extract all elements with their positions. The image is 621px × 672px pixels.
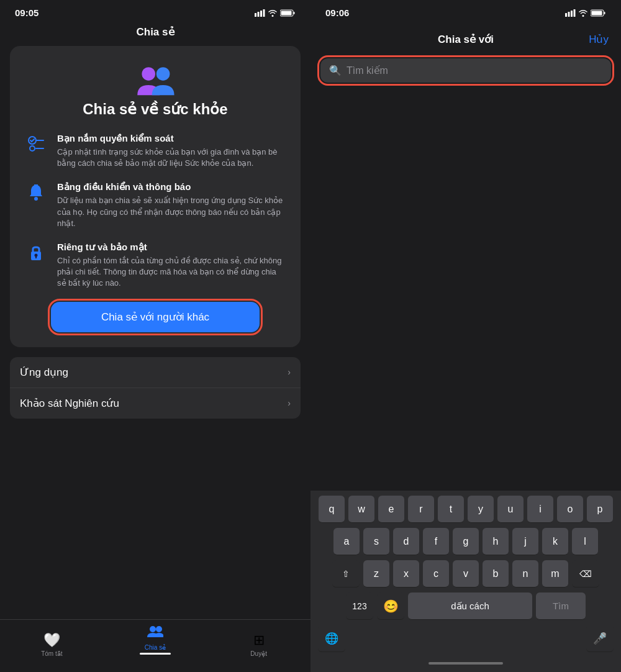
- search-glass-icon: 🔍: [329, 65, 342, 76]
- heart-icon: 🤍: [43, 632, 60, 648]
- svg-point-7: [142, 67, 155, 81]
- tab-summary[interactable]: 🤍 Tóm tắt: [30, 632, 73, 657]
- keyboard-row-4: 123 😊 dấu cách Tìm: [313, 593, 619, 620]
- svg-rect-2: [260, 11, 262, 17]
- delete-key[interactable]: ⌫: [572, 560, 599, 588]
- feature-item-control: Bạn nắm quyền kiểm soát Cập nhật tình tr…: [25, 133, 286, 169]
- phone-left: 09:05 Chia sẻ: [0, 0, 310, 672]
- menu-list: Ứng dụng › Khảo sát Nghiên cứu ›: [10, 357, 301, 419]
- svg-rect-25: [604, 12, 605, 14]
- keyboard: q w e r t y u i o p a s d f g h j k l ⇧ …: [310, 491, 621, 672]
- emoji-key[interactable]: 😊: [377, 593, 404, 620]
- feature-item-lock: Riêng tư và bảo mật Chỉ có phần tóm tắt …: [25, 242, 286, 289]
- key-r[interactable]: r: [408, 496, 434, 523]
- svg-rect-0: [255, 13, 256, 17]
- key-n[interactable]: n: [512, 560, 538, 588]
- feature-text-control: Bạn nắm quyền kiểm soát Cập nhật tình tr…: [57, 133, 286, 169]
- key-l[interactable]: l: [572, 528, 598, 555]
- people-tab-icon: [147, 625, 163, 642]
- keyboard-row-3: ⇧ z x c v b n m ⌫: [313, 560, 619, 588]
- home-indicator-right: [313, 657, 619, 670]
- tab-share[interactable]: Chia sẻ: [134, 625, 177, 657]
- menu-item-research[interactable]: Khảo sát Nghiên cứu ›: [10, 388, 301, 419]
- svg-rect-23: [574, 9, 576, 17]
- share-with-header: Chia sẻ với Hủy: [310, 23, 621, 53]
- svg-point-10: [30, 146, 35, 151]
- search-bar[interactable]: 🔍 Tìm kiếm: [320, 58, 611, 83]
- key-d[interactable]: d: [393, 528, 419, 555]
- key-h[interactable]: h: [483, 528, 509, 555]
- share-with-title: Chia sẻ với: [354, 33, 578, 46]
- share-with-others-button[interactable]: Chia sẻ với người khác: [51, 302, 260, 332]
- key-m[interactable]: m: [542, 560, 568, 588]
- chevron-right-icon-2: ›: [288, 398, 291, 408]
- feature-text-bell: Bảng điều khiển và thông báo Dữ liệu mà …: [57, 181, 286, 229]
- key-g[interactable]: g: [453, 528, 479, 555]
- search-bar-container: 🔍 Tìm kiếm: [310, 53, 621, 93]
- svg-rect-21: [568, 12, 570, 17]
- feature-item-bell: Bảng điều khiển và thông báo Dữ liệu mà …: [25, 181, 286, 229]
- key-p[interactable]: p: [587, 496, 613, 523]
- menu-item-apps[interactable]: Ứng dụng ›: [10, 357, 301, 388]
- feature-desc-control: Cập nhật tình trạng sức khỏe của bạn với…: [57, 147, 286, 169]
- key-t[interactable]: t: [438, 496, 464, 523]
- svg-rect-20: [565, 13, 567, 17]
- tab-browse[interactable]: ⊞ Duyệt: [237, 632, 281, 657]
- grid-icon: ⊞: [253, 632, 265, 648]
- key-i[interactable]: i: [527, 496, 553, 523]
- key-y[interactable]: y: [468, 496, 494, 523]
- keyboard-row-1: q w e r t y u i o p: [313, 496, 619, 523]
- key-k[interactable]: k: [542, 528, 568, 555]
- feature-list: Bạn nắm quyền kiểm soát Cập nhật tình tr…: [25, 133, 286, 289]
- svg-rect-22: [571, 11, 573, 17]
- health-card: Chia sẻ về sức khỏe Bạn nắm quyền kiểm s…: [10, 46, 301, 347]
- tab-share-label: Chia sẻ: [145, 644, 166, 651]
- status-icons-right: [565, 9, 606, 17]
- svg-rect-6: [281, 11, 292, 15]
- bell-icon: [25, 183, 47, 207]
- control-icon: [25, 134, 47, 158]
- shift-key[interactable]: ⇧: [332, 560, 360, 588]
- page-title-left: Chia sẻ: [0, 23, 310, 46]
- people-icon: [133, 63, 178, 101]
- key-o[interactable]: o: [557, 496, 583, 523]
- return-key[interactable]: Tìm: [536, 593, 586, 620]
- mic-key[interactable]: 🎤: [586, 625, 614, 652]
- share-btn-container: Chia sẻ với người khác: [25, 302, 286, 332]
- numbers-key[interactable]: 123: [346, 593, 373, 620]
- chevron-right-icon: ›: [288, 367, 291, 377]
- keyboard-row-2: a s d f g h j k l: [313, 528, 619, 555]
- time-right: 09:06: [325, 7, 349, 18]
- menu-item-apps-label: Ứng dụng: [20, 366, 68, 379]
- feature-desc-lock: Chỉ có phần tóm tắt của từng chủ đề được…: [57, 255, 286, 289]
- key-s[interactable]: s: [363, 528, 389, 555]
- time-left: 09:05: [15, 7, 39, 18]
- cancel-button[interactable]: Hủy: [578, 33, 609, 46]
- svg-rect-1: [258, 12, 260, 17]
- key-u[interactable]: u: [497, 496, 524, 523]
- key-f[interactable]: f: [423, 528, 449, 555]
- globe-key[interactable]: 🌐: [318, 625, 345, 652]
- home-bar-right: [428, 662, 503, 665]
- key-x[interactable]: x: [393, 560, 419, 588]
- key-v[interactable]: v: [453, 560, 479, 588]
- svg-rect-26: [592, 11, 602, 15]
- phone-right: 09:06 Chia sẻ với Hủy: [310, 0, 621, 672]
- key-j[interactable]: j: [512, 528, 538, 555]
- battery-icon-right: [591, 9, 606, 17]
- feature-title-bell: Bảng điều khiển và thông báo: [57, 181, 286, 193]
- key-a[interactable]: a: [333, 528, 360, 555]
- status-icons-left: [255, 9, 296, 17]
- svg-point-13: [34, 197, 38, 201]
- svg-point-16: [35, 253, 38, 257]
- key-z[interactable]: z: [363, 560, 389, 588]
- menu-item-research-label: Khảo sát Nghiên cứu: [20, 397, 119, 410]
- key-b[interactable]: b: [483, 560, 509, 588]
- key-w[interactable]: w: [348, 496, 374, 523]
- search-placeholder: Tìm kiếm: [347, 65, 388, 76]
- key-e[interactable]: e: [378, 496, 404, 523]
- key-c[interactable]: c: [423, 560, 449, 588]
- space-key[interactable]: dấu cách: [408, 593, 532, 620]
- key-q[interactable]: q: [319, 496, 345, 523]
- wifi-icon-left: [268, 9, 278, 17]
